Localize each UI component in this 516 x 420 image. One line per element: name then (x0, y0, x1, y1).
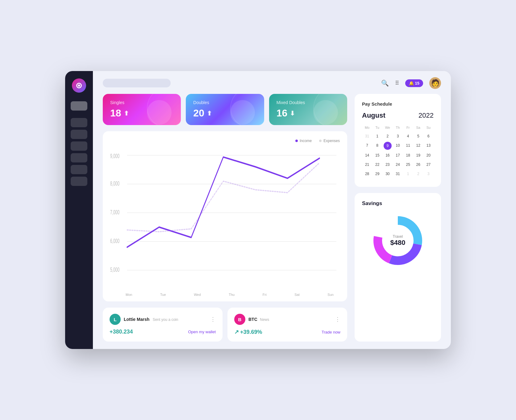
sidebar-item-6[interactable] (71, 177, 87, 186)
day-header-mo: Mo (362, 124, 372, 131)
x-label-wed: Wed (194, 293, 201, 296)
transaction-amount-1: +380.234 (110, 329, 133, 335)
day-header-fr: Fr (403, 124, 413, 131)
sidebar-item-2[interactable] (71, 130, 87, 139)
cal-day-28[interactable]: 28 (362, 170, 372, 178)
cal-day-11[interactable]: 11 (403, 142, 413, 150)
stat-card-singles: Singles 18 ⬆ (103, 94, 181, 125)
main-content: 🔍 ⠿ 🔔 15 🧑 Singl (93, 71, 451, 349)
transaction-desc-1: Sent you a coin (153, 317, 178, 322)
day-header-su: Su (423, 124, 434, 131)
calendar-week-2: 7 8 9 10 11 12 13 (362, 142, 434, 150)
cal-day-9-today[interactable]: 9 (384, 142, 392, 150)
sidebar-item-4[interactable] (71, 153, 87, 162)
cal-day-4[interactable]: 4 (403, 132, 413, 140)
sidebar-item-1[interactable] (71, 118, 87, 127)
income-dot (295, 140, 298, 142)
svg-text:8,000: 8,000 (110, 180, 119, 187)
cal-day-19[interactable]: 19 (413, 152, 423, 159)
calendar-month-row: August 2022 (362, 111, 434, 120)
cal-day-2b[interactable]: 2 (413, 170, 423, 178)
cal-day-7[interactable]: 7 (362, 142, 372, 150)
cal-day-3[interactable]: 3 (393, 132, 403, 140)
cal-day-30[interactable]: 30 (382, 170, 393, 178)
transaction-row-2: ↗ +39.69% Trade now (234, 329, 340, 335)
cal-day-10[interactable]: 10 (393, 142, 403, 150)
sidebar (65, 71, 93, 349)
cal-day-26[interactable]: 26 (413, 161, 423, 168)
cal-day-18[interactable]: 18 (403, 152, 413, 159)
cal-day-16[interactable]: 16 (382, 152, 393, 159)
donut-label: Travel (390, 234, 406, 239)
cal-day-1[interactable]: 1 (372, 132, 382, 140)
header-actions: 🔍 ⠿ 🔔 15 🧑 (381, 77, 441, 89)
search-icon[interactable]: 🔍 (381, 79, 389, 87)
calendar-month: August (362, 111, 385, 120)
transaction-menu-1[interactable]: ⋮ (210, 316, 216, 323)
avatar-emoji: 🧑 (431, 79, 439, 87)
logo-inner (76, 83, 82, 88)
cal-day-2[interactable]: 2 (382, 132, 393, 140)
right-panel: Pay Schedule August 2022 Mo Tu We Th Fr (355, 94, 441, 342)
transaction-header-2: B BTC News ⋮ (234, 314, 340, 325)
cal-day-8[interactable]: 8 (372, 142, 382, 150)
cal-day-14[interactable]: 14 (362, 152, 372, 159)
calendar-year: 2022 (418, 111, 434, 120)
notification-count: 15 (415, 81, 419, 86)
transaction-menu-2[interactable]: ⋮ (335, 316, 340, 323)
cal-day-23[interactable]: 23 (382, 161, 393, 168)
chart-x-labels: Mon Tue Wed Thu Fri Sat Sun (110, 290, 340, 296)
sidebar-item-5[interactable] (71, 165, 87, 174)
cal-day-31a[interactable]: 31 (362, 132, 372, 140)
doubles-label: Doubles (193, 100, 256, 105)
transaction-action-2[interactable]: Trade now (322, 330, 340, 334)
calendar-card: Pay Schedule August 2022 Mo Tu We Th Fr (355, 94, 441, 187)
logo-dot (78, 85, 80, 87)
cal-day-17[interactable]: 17 (393, 152, 403, 159)
cal-day-29[interactable]: 29 (372, 170, 382, 178)
cal-day-24[interactable]: 24 (393, 161, 403, 168)
income-label: Income (300, 139, 312, 143)
cal-day-1b[interactable]: 1 (403, 170, 413, 178)
transaction-header-1: L Lottie Marsh Sent you a coin ⋮ (110, 314, 216, 325)
legend-expenses: Expenses (319, 139, 340, 143)
cal-day-25[interactable]: 25 (403, 161, 413, 168)
cal-day-27[interactable]: 27 (423, 161, 434, 168)
cal-day-15[interactable]: 15 (372, 152, 382, 159)
mixed-label: Mixed Doubles (277, 100, 340, 105)
sidebar-item-0[interactable] (71, 101, 87, 111)
donut-center: Travel $480 (390, 234, 406, 247)
cal-day-12[interactable]: 12 (413, 142, 423, 150)
search-bar[interactable] (103, 79, 171, 87)
cal-day-6[interactable]: 6 (423, 132, 434, 140)
x-label-tue: Tue (160, 293, 166, 296)
transaction-name-1: Lottie Marsh (124, 317, 149, 322)
day-header-sa: Sa (413, 124, 423, 131)
grid-icon[interactable]: ⠿ (395, 80, 399, 86)
cal-day-21[interactable]: 21 (362, 161, 372, 168)
cal-day-13[interactable]: 13 (423, 142, 434, 150)
stat-card-mixed: Mixed Doubles 16 ⬇ (269, 94, 347, 125)
sidebar-item-3[interactable] (71, 141, 87, 151)
cal-day-20[interactable]: 20 (423, 152, 434, 159)
cal-day-22[interactable]: 22 (372, 161, 382, 168)
notification-badge[interactable]: 🔔 15 (405, 79, 423, 87)
transaction-amount-2: ↗ +39.69% (234, 329, 262, 335)
logo[interactable] (72, 78, 86, 93)
cal-day-5[interactable]: 5 (413, 132, 423, 140)
x-label-sat: Sat (294, 293, 300, 296)
cal-day-3b[interactable]: 3 (423, 170, 434, 178)
bell-icon: 🔔 (409, 81, 414, 86)
calendar-week-3: 14 15 16 17 18 19 20 (362, 152, 434, 159)
calendar-grid: Mo Tu We Th Fr Sa Su 31 1 2 (362, 124, 434, 178)
svg-text:7,000: 7,000 (110, 209, 119, 216)
x-label-thu: Thu (229, 293, 235, 296)
chart-svg: 9,000 8,000 7,000 6,000 5,000 (110, 147, 340, 290)
cal-day-31b[interactable]: 31 (393, 170, 403, 178)
transaction-action-1[interactable]: Open my wallet (188, 330, 216, 334)
bottom-row: L Lottie Marsh Sent you a coin ⋮ +380.23… (103, 308, 347, 342)
day-header-th: Th (393, 124, 403, 131)
transaction-card-lottie: L Lottie Marsh Sent you a coin ⋮ +380.23… (103, 308, 223, 342)
user-avatar[interactable]: 🧑 (429, 77, 441, 89)
transaction-row-1: +380.234 Open my wallet (110, 329, 216, 335)
